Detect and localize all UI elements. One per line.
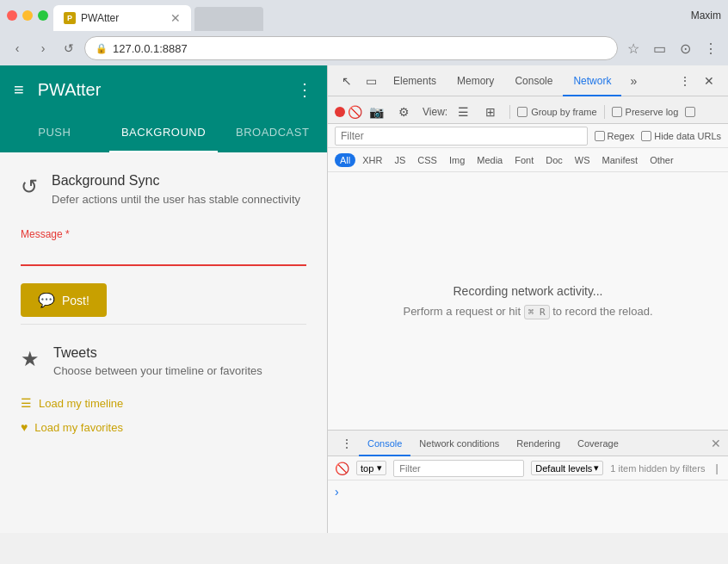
- recording-hint-text1: Perform a request or hit: [403, 305, 521, 318]
- traffic-lights: [7, 10, 48, 21]
- dt-tab-memory[interactable]: Memory: [447, 65, 504, 96]
- context-chevron: ▾: [377, 462, 382, 474]
- recording-hint: Perform a request or hit ⌘ R to record t…: [403, 305, 652, 318]
- recording-hint-text2: to record the reload.: [552, 305, 652, 318]
- stop-recording-button[interactable]: 🚫: [349, 106, 361, 118]
- load-favorites-label: Load my favorites: [34, 421, 123, 434]
- rt-xhr[interactable]: XHR: [357, 153, 387, 167]
- traffic-light-green[interactable]: [38, 10, 48, 21]
- preserve-log-checkbox[interactable]: [612, 107, 622, 117]
- browser-tab[interactable]: P PWAtter ✕: [53, 5, 191, 31]
- rt-js[interactable]: JS: [389, 153, 410, 167]
- message-label: Message *: [21, 228, 306, 240]
- console-close-button[interactable]: ✕: [711, 437, 721, 450]
- tab-favicon: P: [64, 12, 76, 24]
- console-stop-button[interactable]: 🚫: [335, 462, 349, 475]
- regex-checkbox[interactable]: [595, 131, 605, 141]
- dt-tab-network[interactable]: Network: [563, 65, 621, 96]
- dt-tab-console[interactable]: Console: [504, 65, 563, 96]
- load-timeline-link[interactable]: ☰ Load my timeline: [21, 391, 306, 415]
- traffic-light-red[interactable]: [7, 10, 17, 21]
- level-value: Default levels: [535, 463, 592, 474]
- rt-manifest[interactable]: Manifest: [597, 153, 644, 167]
- dt-more-tabs-button[interactable]: »: [621, 69, 645, 93]
- regex-check[interactable]: Regex: [595, 131, 635, 141]
- console-options-button[interactable]: ⋮: [335, 431, 359, 456]
- subbar-separator2: [604, 105, 605, 119]
- rt-font[interactable]: Font: [509, 153, 539, 167]
- profile-button[interactable]: ⊙: [675, 38, 695, 59]
- view-group-button[interactable]: ⊞: [478, 100, 503, 124]
- rt-img[interactable]: Img: [444, 153, 470, 167]
- traffic-light-yellow[interactable]: [22, 10, 33, 21]
- rt-doc[interactable]: Doc: [540, 153, 568, 167]
- back-button[interactable]: ‹: [7, 38, 28, 59]
- address-input[interactable]: 🔒 127.0.0.1:8887: [84, 36, 618, 60]
- cast-button[interactable]: ▭: [649, 38, 669, 59]
- menu-button[interactable]: ≡: [14, 80, 24, 100]
- hide-data-urls-check[interactable]: Hide data URLs: [641, 131, 721, 141]
- context-select[interactable]: top ▾: [356, 461, 386, 475]
- reload-button[interactable]: ↺: [59, 38, 79, 59]
- console-tab-coverage[interactable]: Coverage: [569, 431, 627, 456]
- title-bar: P PWAtter ✕ Maxim: [0, 0, 728, 31]
- post-icon: 💬: [38, 292, 55, 308]
- group-by-frame-checkbox[interactable]: [517, 107, 527, 117]
- group-by-frame-check[interactable]: Group by frame: [517, 107, 596, 117]
- devtools-toolbar: ↖ ▭ Elements Memory Console Network » ⋮ …: [328, 65, 728, 96]
- tab-broadcast[interactable]: Broadcast: [218, 114, 327, 151]
- load-timeline-label: Load my timeline: [39, 397, 123, 410]
- dt-close-button[interactable]: ✕: [697, 69, 721, 93]
- hide-data-urls-checkbox[interactable]: [641, 131, 651, 141]
- console-filter-input[interactable]: [393, 460, 524, 477]
- camera-button[interactable]: 📷: [364, 100, 388, 124]
- sync-section: ↺ Background Sync Defer actions until th…: [21, 173, 306, 208]
- level-select[interactable]: Default levels ▾: [531, 461, 603, 475]
- extra-checkbox[interactable]: [685, 107, 695, 117]
- rt-ws[interactable]: WS: [570, 153, 595, 167]
- filter-input[interactable]: [335, 127, 588, 146]
- hidden-items-text: 1 item hidden by filters: [610, 463, 705, 474]
- context-value: top: [361, 463, 373, 474]
- rt-css[interactable]: CSS: [412, 153, 442, 167]
- rt-media[interactable]: Media: [472, 153, 508, 167]
- record-button[interactable]: [335, 107, 345, 117]
- app-tabs-nav: Push Background Broadcast: [0, 114, 327, 152]
- filter-button[interactable]: ⚙: [392, 100, 416, 124]
- view-list-button[interactable]: ☰: [451, 100, 475, 124]
- tab-bar: P PWAtter ✕: [53, 0, 686, 31]
- console-tab-console[interactable]: Console: [359, 431, 410, 456]
- console-tab-rendering[interactable]: Rendering: [508, 431, 569, 456]
- address-bar: ‹ › ↺ 🔒 127.0.0.1:8887 ☆ ▭ ⊙ ⋮: [0, 31, 728, 65]
- post-button[interactable]: 💬 Post!: [21, 283, 107, 317]
- tweets-info: Tweets Choose between your timeline or f…: [53, 345, 262, 377]
- view-label: View:: [423, 106, 447, 118]
- app-more-button[interactable]: ⋮: [296, 79, 313, 100]
- tab-close-button[interactable]: ✕: [170, 11, 181, 25]
- browser-more-button[interactable]: ⋮: [700, 38, 721, 59]
- timeline-icon: ☰: [21, 396, 32, 410]
- device-toolbar-button[interactable]: ▭: [359, 69, 383, 93]
- forward-button[interactable]: ›: [33, 38, 53, 59]
- keyboard-shortcut: ⌘ R: [524, 305, 550, 319]
- console-chevron[interactable]: ›: [335, 485, 339, 499]
- tab-empty: [194, 7, 263, 31]
- message-input[interactable]: [21, 242, 306, 266]
- inspect-element-button[interactable]: ↖: [335, 69, 359, 93]
- app-title: PWAtter: [38, 80, 102, 100]
- sync-info: Background Sync Defer actions until the …: [52, 173, 300, 208]
- post-label: Post!: [62, 294, 89, 307]
- console-tab-network-conditions[interactable]: Network conditions: [410, 431, 508, 456]
- tweets-description: Choose between your timeline or favorite…: [53, 364, 262, 377]
- tab-push[interactable]: Push: [0, 114, 109, 151]
- browser-chrome: P PWAtter ✕ Maxim ‹ › ↺ 🔒 127.0.0.1:8887…: [0, 0, 728, 65]
- rt-other[interactable]: Other: [645, 153, 679, 167]
- dt-settings-button[interactable]: ⋮: [673, 69, 697, 93]
- load-favorites-link[interactable]: ♥ Load my favorites: [21, 415, 306, 439]
- dt-tab-elements[interactable]: Elements: [383, 65, 447, 96]
- subbar-separator: [509, 105, 510, 119]
- preserve-log-check[interactable]: Preserve log: [612, 107, 679, 117]
- bookmark-button[interactable]: ☆: [623, 38, 644, 59]
- rt-all[interactable]: All: [335, 153, 355, 167]
- tab-background[interactable]: Background: [109, 114, 219, 151]
